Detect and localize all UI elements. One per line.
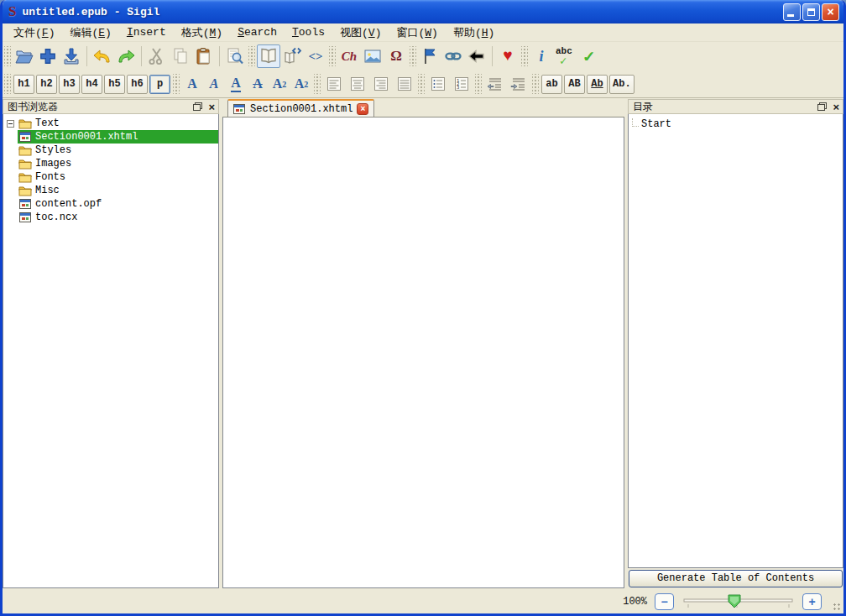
increase-indent-button[interactable] <box>507 72 530 96</box>
insert-link-button[interactable] <box>441 44 465 68</box>
zoom-slider[interactable] <box>682 593 795 611</box>
heading-2-button[interactable]: h2 <box>36 75 57 94</box>
toolbar-handle[interactable] <box>4 46 11 66</box>
insert-special-character-button[interactable]: Ω <box>384 44 408 68</box>
undo-button[interactable] <box>91 44 114 68</box>
heading-6-button[interactable]: h6 <box>127 75 148 94</box>
open-file-button[interactable] <box>13 44 36 68</box>
float-panel-icon[interactable] <box>193 102 202 111</box>
tree-item-section0001[interactable]: Section0001.xhtml <box>3 130 218 144</box>
tree-item-images-folder[interactable]: Images <box>3 157 218 170</box>
metadata-editor-button[interactable]: i <box>530 44 553 68</box>
abc-check-icon: ✓ <box>560 54 567 68</box>
toolbar-handle[interactable] <box>521 46 528 66</box>
capitalize-button[interactable]: Ab. <box>609 75 634 94</box>
underline-button[interactable]: A <box>225 74 247 94</box>
close-panel-icon[interactable]: × <box>207 102 216 112</box>
titlecase-button[interactable]: Ab <box>587 75 608 94</box>
sigil-window: S untitled.epub - Sigil × 文件(F) 编辑(E) In… <box>0 0 846 616</box>
toolbar-handle[interactable] <box>329 46 336 66</box>
code-view-button[interactable]: <> <box>304 44 327 68</box>
bold-icon: A <box>187 76 197 91</box>
lowercase-button[interactable]: ab <box>541 75 562 94</box>
strikethrough-button[interactable]: A <box>247 74 269 94</box>
heading-5-button[interactable]: h5 <box>104 75 125 94</box>
bulleted-list-button[interactable] <box>426 72 450 96</box>
heading-3-button[interactable]: h3 <box>59 75 80 94</box>
menu-window[interactable]: 窗口(W) <box>389 23 445 42</box>
split-view-button[interactable] <box>280 44 304 68</box>
toolbar-handle[interactable] <box>4 74 11 94</box>
book-browser-header: 图书浏览器 × <box>3 99 219 114</box>
editor-pane[interactable] <box>222 117 624 588</box>
tree-item-misc-folder[interactable]: Misc <box>3 184 218 197</box>
toolbar-handle[interactable] <box>248 46 255 66</box>
bold-button[interactable]: A <box>181 74 203 94</box>
uppercase-button[interactable]: AB <box>564 75 585 94</box>
tree-item-toc-ncx[interactable]: toc.ncx <box>3 211 218 224</box>
menu-edit[interactable]: 编辑(E) <box>62 23 118 42</box>
add-existing-files-button[interactable] <box>36 44 60 68</box>
back-to-link-button[interactable] <box>465 44 488 68</box>
title-bar[interactable]: S untitled.epub - Sigil × <box>3 0 843 23</box>
minimize-button[interactable] <box>783 3 801 21</box>
menu-format[interactable]: 格式(M) <box>174 23 230 42</box>
close-panel-icon[interactable]: × <box>832 102 840 112</box>
toolbar-handle[interactable] <box>314 74 321 94</box>
tree-item-fonts-folder[interactable]: Fonts <box>3 170 218 184</box>
toolbar-handle[interactable] <box>475 74 482 94</box>
donate-button[interactable]: ♥ <box>496 44 520 68</box>
save-button[interactable] <box>60 44 83 68</box>
tree-item-content-opf[interactable]: content.opf <box>3 197 218 211</box>
generate-toc-button[interactable]: Generate Table of Contents <box>629 570 843 587</box>
resize-grip[interactable] <box>833 603 841 611</box>
tab-section0001[interactable]: Section0001.xhtml × <box>227 99 374 117</box>
cut-button[interactable] <box>145 44 169 68</box>
decrease-indent-button[interactable] <box>483 72 507 96</box>
find-replace-button[interactable] <box>223 44 247 68</box>
toc-item-start[interactable]: Start <box>629 117 843 131</box>
toolbar-handle[interactable] <box>532 74 539 94</box>
redo-button[interactable] <box>114 44 138 68</box>
italic-button[interactable]: A <box>203 74 225 94</box>
heading-4-button[interactable]: h4 <box>81 75 102 94</box>
tree-item-styles-folder[interactable]: Styles <box>3 144 218 157</box>
align-right-button[interactable] <box>369 72 393 96</box>
paragraph-button[interactable]: p <box>149 75 170 94</box>
tree-item-text-folder[interactable]: Text <box>3 117 218 130</box>
toolbar-handle[interactable] <box>410 46 416 66</box>
menu-help[interactable]: 帮助(H) <box>446 23 502 42</box>
insert-id-button[interactable] <box>418 44 441 68</box>
subscript-icon: A <box>273 76 283 91</box>
float-panel-icon[interactable] <box>817 102 827 111</box>
tab-bar: Section0001.xhtml × <box>222 99 624 117</box>
menu-view[interactable]: 视图(V) <box>332 23 389 42</box>
menu-search[interactable]: Search <box>230 24 285 40</box>
align-justify-button[interactable] <box>393 72 416 96</box>
menu-file[interactable]: 文件(F) <box>6 23 62 42</box>
maximize-button[interactable] <box>802 3 820 21</box>
toolbar-handle[interactable] <box>173 74 180 94</box>
tree-item-label: Styles <box>35 144 71 156</box>
align-center-button[interactable] <box>346 72 369 96</box>
book-view-button[interactable] <box>257 44 280 68</box>
insert-chapter-break-button[interactable]: Ch <box>337 44 361 68</box>
zoom-in-button[interactable]: + <box>802 593 822 610</box>
collapse-icon[interactable] <box>7 120 14 128</box>
spellcheck-button[interactable]: abc ✓ <box>553 44 577 68</box>
tab-close-button[interactable]: × <box>357 103 368 115</box>
menu-insert[interactable]: Insert <box>119 24 174 40</box>
validate-epub-button[interactable]: ✓ <box>577 44 600 68</box>
superscript-button[interactable]: A2 <box>290 74 312 94</box>
align-left-button[interactable] <box>322 72 346 96</box>
heading-1-button[interactable]: h1 <box>13 75 34 94</box>
menu-tools[interactable]: Tools <box>285 24 332 40</box>
subscript-button[interactable]: A2 <box>269 74 290 94</box>
close-button[interactable]: × <box>822 3 839 21</box>
insert-image-button[interactable] <box>361 44 384 68</box>
numbered-list-button[interactable] <box>450 72 473 96</box>
zoom-out-button[interactable]: − <box>655 593 674 610</box>
copy-button[interactable] <box>169 44 192 68</box>
paste-button[interactable] <box>192 44 216 68</box>
toolbar-handle[interactable] <box>418 74 425 94</box>
